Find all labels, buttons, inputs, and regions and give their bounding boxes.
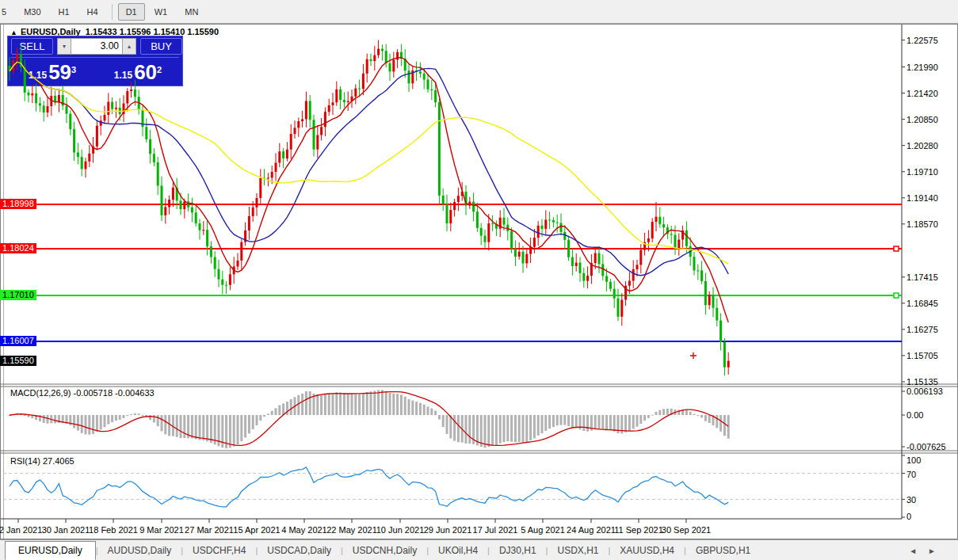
chart-tab-dj30[interactable]: DJ30,H1	[490, 542, 546, 559]
date-axis-label: 12 Jan 2021	[0, 525, 42, 535]
date-axis-label: 15 Apr 2021	[233, 525, 280, 535]
price-line-label: 1.18998	[0, 199, 36, 209]
macd-axis-label: -0.007625	[906, 442, 946, 451]
date-axis-label: 17 Jul 2021	[473, 525, 518, 535]
price-axis-tick-label: 1.20850	[906, 115, 938, 124]
rsi-axis-label: 0	[906, 512, 911, 521]
price-axis-tick-label: 1.19140	[906, 193, 938, 203]
macd-indicator-label: MACD(12,26,9) -0.005718 -0.004633	[10, 388, 155, 398]
price-axis-tick-label: 1.22575	[906, 36, 938, 45]
moving-average-line	[10, 62, 728, 264]
rsi-indicator-label: RSI(14) 27.4065	[10, 456, 74, 466]
price-line-label: 1.16007	[0, 336, 36, 346]
price-chart-canvas[interactable]	[0, 0, 958, 560]
date-axis-label: 5 Aug 2021	[521, 525, 565, 535]
chart-tab-audusd[interactable]: AUDUSD,Daily	[98, 542, 181, 559]
date-axis-label: 27 Mar 2021	[185, 525, 234, 535]
macd-histogram	[9, 390, 730, 448]
price-axis-tick-label: 1.20280	[906, 141, 938, 150]
current-price-label: 1.15590	[0, 356, 36, 366]
date-axis-label: 24 Aug 2021	[567, 525, 616, 535]
price-axis-tick-label: 1.15135	[906, 377, 938, 387]
macd-axis-label: 0.006193	[906, 387, 943, 396]
rsi-axis-label: 100	[906, 455, 921, 465]
date-axis-label: 29 Jun 2021	[424, 525, 472, 535]
date-axis-label: 4 May 2021	[281, 525, 326, 535]
rsi-axis-label: 30	[906, 495, 916, 505]
chart-tab-gbpusd[interactable]: GBPUSD,H1	[686, 542, 760, 559]
macd-signal-line	[10, 392, 728, 446]
chart-tabbar: EURUSD,Daily|AUDUSD,Daily|USDCHF,H4|USDC…	[0, 539, 958, 560]
price-axis-tick-label: 1.18570	[906, 219, 938, 229]
date-axis-label: 30 Jan 2021	[42, 525, 90, 535]
chart-tab-xauusd[interactable]: XAUUSD,H4	[610, 542, 684, 559]
tab-scroll-arrows[interactable]: ◄►	[909, 547, 947, 555]
date-axis-label: 10 Jun 2021	[376, 525, 425, 535]
date-axis-label: 18 Feb 2021	[89, 525, 138, 535]
moving-average-line	[10, 58, 728, 322]
chart-tab-usdcad[interactable]: USDCAD,Daily	[258, 542, 341, 559]
price-line-label: 1.18024	[0, 243, 36, 253]
price-axis-tick-label: 1.21420	[906, 89, 938, 98]
chart-tab-usdcnh[interactable]: USDCNH,Daily	[343, 542, 426, 559]
price-axis-tick-label: 1.19710	[906, 167, 938, 177]
mt4-terminal: 5M30H1H4D1W1MN ▲EURUSD,Daily 1.15433 1.1…	[0, 0, 958, 560]
chart-tab-usdchf[interactable]: USDCHF,H4	[183, 542, 255, 559]
date-axis-label: 22 May 2021	[326, 525, 377, 535]
chart-tab-ukoil[interactable]: UKOil,H4	[429, 542, 487, 559]
date-axis-label: 11 Sep 2021	[614, 525, 663, 535]
line-handle	[894, 246, 899, 251]
price-line-label: 1.17010	[0, 290, 36, 300]
date-axis-label: 30 Sep 2021	[662, 525, 711, 535]
price-axis-tick-label: 1.21990	[906, 63, 938, 72]
chart-tab-usdx[interactable]: USDX,H1	[548, 542, 608, 559]
date-axis-label: 9 Mar 2021	[139, 525, 184, 535]
object-anchor-cross	[690, 352, 697, 359]
tab-scroll-left-icon[interactable]: ◄	[909, 547, 928, 555]
line-handle	[894, 293, 899, 298]
rsi-axis-label: 70	[906, 470, 916, 479]
chart-tab-eurusd[interactable]: EURUSD,Daily	[5, 541, 96, 560]
candles-group	[9, 40, 730, 376]
price-axis-tick-label: 1.15705	[906, 351, 938, 360]
price-axis-tick-label: 1.16845	[906, 299, 938, 308]
moving-average-line	[10, 62, 728, 276]
tab-scroll-right-icon[interactable]: ►	[928, 547, 947, 555]
macd-axis-label: 0.00	[906, 410, 923, 420]
price-axis-tick-label: 1.17415	[906, 272, 938, 282]
price-axis-tick-label: 1.16275	[906, 325, 938, 334]
